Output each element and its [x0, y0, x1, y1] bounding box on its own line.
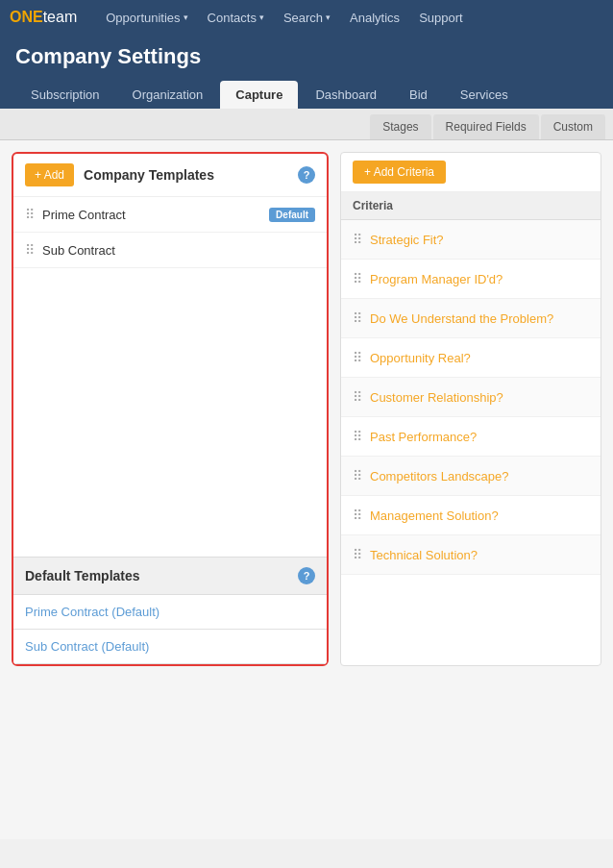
top-navigation: ONEteam Opportunities ▾ Contacts ▾ Searc… [0, 0, 613, 35]
drag-handle-icon: ⠿ [353, 547, 362, 562]
sub-tab-bar: Stages Required Fields Custom [0, 109, 613, 140]
tab-bid[interactable]: Bid [394, 81, 443, 109]
criteria-item[interactable]: ⠿ Strategic Fit? [341, 220, 601, 260]
default-item-sub[interactable]: Sub Contract (Default) [13, 630, 327, 664]
drag-handle-icon: ⠿ [353, 350, 362, 365]
drag-handle-icon: ⠿ [25, 242, 35, 258]
criteria-text: Customer Relationship? [370, 390, 503, 405]
drag-handle-icon: ⠿ [353, 508, 362, 523]
chevron-down-icon: ▾ [184, 12, 188, 22]
brand-logo: ONEteam [10, 9, 77, 26]
template-item-sub[interactable]: ⠿ Sub Contract [13, 233, 327, 268]
template-label-prime: Prime Contract [42, 208, 261, 222]
brand-team: team [43, 9, 78, 25]
right-panel-header: + Add Criteria [341, 153, 601, 192]
drag-handle-icon: ⠿ [353, 232, 362, 247]
two-column-layout: + Add Company Templates ? ⠿ Prime Contra… [0, 140, 613, 678]
add-criteria-button[interactable]: + Add Criteria [353, 161, 446, 184]
criteria-column-header: Criteria [341, 192, 601, 220]
criteria-item[interactable]: ⠿ Competitors Landscape? [341, 457, 601, 496]
criteria-item[interactable]: ⠿ Do We Understand the Problem? [341, 299, 601, 338]
criteria-item[interactable]: ⠿ Program Manager ID'd? [341, 260, 601, 299]
criteria-item[interactable]: ⠿ Opportunity Real? [341, 338, 601, 378]
left-panel-header: + Add Company Templates ? [13, 154, 327, 197]
criteria-text: Competitors Landscape? [370, 469, 509, 484]
left-panel: + Add Company Templates ? ⠿ Prime Contra… [12, 152, 329, 666]
chevron-down-icon: ▾ [326, 12, 331, 22]
tab-organization[interactable]: Organization [117, 81, 219, 109]
sub-tab-stages[interactable]: Stages [370, 114, 430, 139]
main-tab-bar: Subscription Organization Capture Dashbo… [0, 81, 613, 109]
default-templates-title: Default Templates [25, 568, 298, 583]
default-badge: Default [269, 208, 315, 222]
criteria-text: Past Performance? [370, 430, 477, 444]
template-item-prime[interactable]: ⠿ Prime Contract Default [13, 197, 327, 233]
drag-handle-icon: ⠿ [25, 207, 35, 222]
criteria-text: Technical Solution? [370, 548, 478, 562]
default-section: Default Templates ? Prime Contract (Defa… [13, 557, 327, 664]
content-area: Stages Required Fields Custom + Add Comp… [0, 109, 613, 839]
help-icon[interactable]: ? [298, 166, 315, 184]
nav-opportunities[interactable]: Opportunities ▾ [96, 0, 197, 35]
help-icon-default[interactable]: ? [298, 567, 315, 584]
page-title: Company Settings [0, 35, 613, 81]
nav-contacts[interactable]: Contacts ▾ [198, 0, 274, 35]
tab-subscription[interactable]: Subscription [15, 81, 115, 109]
default-item-sub-label: Sub Contract (Default) [25, 639, 315, 654]
company-templates-title: Company Templates [84, 167, 214, 183]
drag-handle-icon: ⠿ [353, 271, 362, 286]
brand-one: ONE [10, 9, 43, 25]
nav-search[interactable]: Search ▾ [274, 0, 340, 35]
default-section-header: Default Templates ? [13, 558, 327, 595]
criteria-text: Program Manager ID'd? [370, 272, 503, 286]
criteria-item[interactable]: ⠿ Customer Relationship? [341, 378, 601, 417]
drag-handle-icon: ⠿ [353, 429, 362, 444]
drag-handle-icon: ⠿ [353, 310, 362, 326]
criteria-item[interactable]: ⠿ Past Performance? [341, 417, 601, 457]
criteria-item[interactable]: ⠿ Management Solution? [341, 496, 601, 535]
criteria-text: Do We Understand the Problem? [370, 311, 553, 326]
criteria-text: Management Solution? [370, 508, 499, 523]
criteria-item[interactable]: ⠿ Technical Solution? [341, 535, 601, 575]
right-panel: + Add Criteria Criteria ⠿ Strategic Fit?… [340, 152, 601, 666]
drag-handle-icon: ⠿ [353, 389, 362, 405]
tab-services[interactable]: Services [445, 81, 524, 109]
add-template-button[interactable]: + Add [25, 163, 74, 186]
criteria-text: Strategic Fit? [370, 233, 444, 247]
drag-handle-icon: ⠿ [353, 468, 362, 484]
left-panel-spacer [13, 268, 327, 557]
tab-capture[interactable]: Capture [220, 81, 298, 109]
sub-tab-custom[interactable]: Custom [541, 114, 605, 139]
tab-dashboard[interactable]: Dashboard [300, 81, 392, 109]
sub-tab-required-fields[interactable]: Required Fields [433, 114, 539, 139]
template-label-sub: Sub Contract [42, 243, 315, 258]
default-item-prime-label: Prime Contract (Default) [25, 605, 315, 619]
criteria-text: Opportunity Real? [370, 351, 471, 365]
nav-analytics[interactable]: Analytics [340, 0, 409, 35]
chevron-down-icon: ▾ [259, 12, 264, 22]
nav-support[interactable]: Support [409, 0, 473, 35]
default-item-prime[interactable]: Prime Contract (Default) [13, 595, 327, 630]
